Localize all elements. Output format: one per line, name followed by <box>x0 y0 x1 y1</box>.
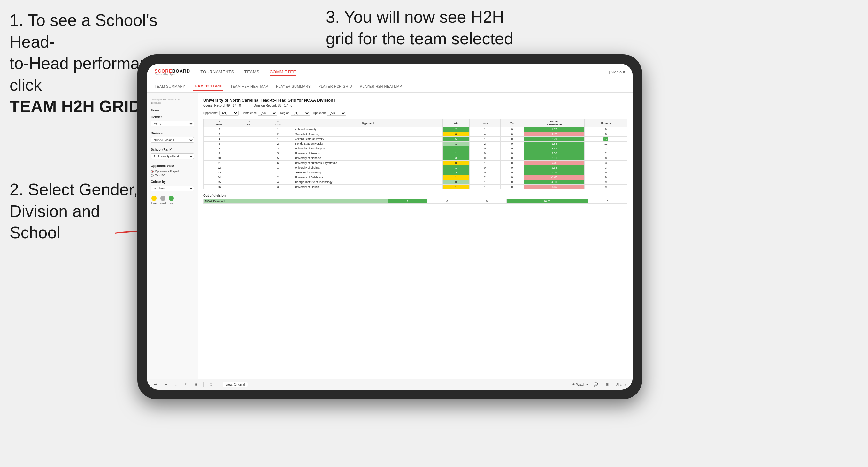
cell-conf: 1 <box>262 127 293 132</box>
cell-opponent: University of Oklahoma <box>293 175 443 180</box>
table-row: 3 2 Vanderbilt University 0 4 0 -2.29 8 <box>204 132 627 137</box>
annotation-tr-line2: grid for the team selected <box>326 29 514 48</box>
cell-reg <box>236 170 263 175</box>
ood-loss: 0 <box>428 199 467 204</box>
subnav-player-h2h-heatmap[interactable]: PLAYER H2H HEATMAP <box>360 82 402 91</box>
out-of-division-table: NCAA Division II 1 0 0 26.00 3 <box>203 199 627 204</box>
divider-1 <box>203 382 204 387</box>
subnav-player-summary[interactable]: PLAYER SUMMARY <box>276 82 311 91</box>
school-select[interactable]: 1. University of Nort... <box>151 153 194 159</box>
cell-tie: 0 <box>500 137 524 142</box>
subnav-team-h2h-heatmap[interactable]: TEAM H2H HEATMAP <box>230 82 268 91</box>
color-legend: Down Level Up <box>151 196 194 205</box>
cell-win: 1 <box>442 185 469 189</box>
content-area: Last Updated: 27/03/2024 16:55:38 Team G… <box>147 93 632 379</box>
subnav-team-summary[interactable]: TEAM SUMMARY <box>155 82 185 91</box>
logo: SCOREBOARD Powered by clippd <box>155 69 190 76</box>
back-btn[interactable]: ↓ <box>173 382 179 387</box>
cell-win: 0 <box>442 161 469 165</box>
cell-reg <box>236 180 263 185</box>
cell-reg <box>236 132 263 137</box>
cell-diff: -2.29 <box>524 132 585 137</box>
out-of-division-row: NCAA Division II 1 0 0 26.00 3 <box>204 199 627 204</box>
cell-tie: 0 <box>500 170 524 175</box>
col-rounds: Rounds <box>585 119 627 127</box>
table-row: 2 1 Auburn University 2 1 0 1.67 9 <box>204 127 627 132</box>
nav-teams[interactable]: TEAMS <box>244 68 259 76</box>
colour-select[interactable]: Win/loss <box>151 186 194 191</box>
cell-win: 1 <box>442 165 469 170</box>
cell-tie: 0 <box>500 161 524 165</box>
cell-rounds: 3 <box>585 165 627 170</box>
nav-committee[interactable]: COMMITTEE <box>270 68 296 76</box>
col-loss: Loss <box>469 119 500 127</box>
cell-rank: 8 <box>204 146 236 151</box>
view-original-btn[interactable]: View: Original <box>223 382 248 387</box>
comment-btn[interactable]: 💬 <box>592 382 600 387</box>
cell-opponent: University of Washington <box>293 146 443 151</box>
cell-loss: 0 <box>469 146 500 151</box>
table-row: 14 2 University of Oklahoma 1 2 0 -1.00 … <box>204 175 627 180</box>
filter-opponent-select[interactable]: (All) <box>327 111 346 116</box>
nav-tournaments[interactable]: TOURNAMENTS <box>200 68 234 76</box>
logo-subtitle: Powered by clippd <box>155 73 190 76</box>
out-of-division-label: Out of division <box>203 194 627 197</box>
share-btn[interactable]: Share <box>614 382 627 387</box>
filter-conference-select[interactable]: (All) <box>258 111 277 116</box>
filter-row: Opponents: (All) Conference (All) Region <box>203 111 627 116</box>
legend-level-box <box>160 196 165 201</box>
overall-record: Overall Record: 89 - 17 - 0 <box>203 104 241 107</box>
clock-btn[interactable]: ⏱ <box>207 382 215 387</box>
cell-reg <box>236 161 263 165</box>
cell-win: 1 <box>442 146 469 151</box>
table-row: 16 3 University of Florida 1 1 0 -6.62 9 <box>204 185 627 189</box>
undo-btn[interactable]: ↩ <box>152 382 159 387</box>
data-table: #Rank #Reg #Conf Opponent Win Loss Tie D… <box>203 119 627 189</box>
paste-btn[interactable]: ⊕ <box>193 382 199 387</box>
sign-out-link[interactable]: | Sign out <box>609 70 625 74</box>
annotation-line1: 1. To see a School's Head- <box>9 11 157 51</box>
cell-reg <box>236 175 263 180</box>
cell-diff: 3.67 <box>524 146 585 151</box>
timestamp: Last Updated: 27/03/2024 16:55:38 <box>151 98 194 105</box>
subnav-player-h2h-grid[interactable]: PLAYER H2H GRID <box>318 82 352 91</box>
cell-opponent: Vanderbilt University <box>293 132 443 137</box>
table-row: 10 5 University of Alabama 3 0 0 2.61 8 <box>204 156 627 161</box>
watch-btn[interactable]: 👁 Watch ▾ <box>572 383 588 386</box>
cell-win: 2 <box>442 127 469 132</box>
subnav-team-h2h-grid[interactable]: TEAM H2H GRID <box>193 82 223 91</box>
cell-loss: 0 <box>469 151 500 156</box>
radio-dot-opponents <box>151 170 154 173</box>
cell-diff: 4.50 <box>524 180 585 185</box>
cell-rounds: 9 <box>585 185 627 189</box>
cell-rank: 4 <box>204 137 236 142</box>
cell-win: 1 <box>442 151 469 156</box>
redo-btn[interactable]: ↪ <box>163 382 169 387</box>
filter-region-select[interactable]: (All) <box>291 111 310 116</box>
radio-opponents-played[interactable]: Opponents Played <box>151 169 194 173</box>
team-label: Team <box>151 108 194 112</box>
gender-select[interactable]: Men's <box>151 121 194 126</box>
copy-btn[interactable]: ⎘ <box>183 382 189 387</box>
cell-loss: 1 <box>469 127 500 132</box>
present-btn[interactable]: ⊞ <box>604 382 611 387</box>
radio-top100[interactable]: Top 100 <box>151 174 194 177</box>
table-row: 4 1 Arizona State University 5 1 0 2.29 … <box>204 137 627 142</box>
filter-region-label: Region <box>280 112 289 115</box>
table-row: 9 3 University of Arizona 1 0 0 9.00 2 <box>204 151 627 156</box>
cell-opponent: University of Alabama <box>293 156 443 161</box>
cell-rank: 11 <box>204 161 236 165</box>
legend-down-box <box>151 196 157 201</box>
cell-diff: 2.61 <box>524 156 585 161</box>
cell-tie: 0 <box>500 185 524 189</box>
cell-reg <box>236 185 263 189</box>
filter-opponents-select[interactable]: (All) <box>219 111 239 116</box>
cell-loss: 0 <box>469 170 500 175</box>
cell-conf: 3 <box>262 151 293 156</box>
division-select[interactable]: NCAA Division I <box>151 137 194 143</box>
radio-dot-top100 <box>151 174 154 177</box>
cell-reg <box>236 142 263 146</box>
cell-win: 3 <box>442 156 469 161</box>
cell-tie: 0 <box>500 127 524 132</box>
cell-conf: 3 <box>262 185 293 189</box>
